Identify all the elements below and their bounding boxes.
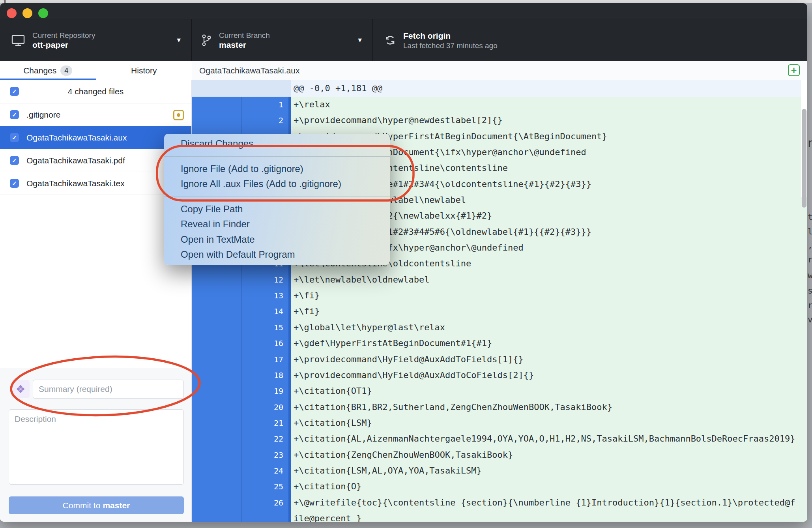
context-menu-item[interactable]: Open with Default Program bbox=[164, 247, 390, 262]
commit-description-input[interactable] bbox=[9, 409, 184, 485]
diff-line[interactable]: 20+\citation{BR1,BR2,Sutherland,ZengChen… bbox=[192, 399, 807, 415]
current-branch-dropdown[interactable]: Current Branch master ▼ bbox=[192, 19, 373, 61]
commit-button[interactable]: Commit to master bbox=[9, 496, 184, 514]
diff-new-line-number[interactable]: 15 bbox=[242, 320, 288, 335]
diff-new-line-number[interactable]: 17 bbox=[242, 352, 288, 367]
diff-new-line-number[interactable]: 21 bbox=[242, 415, 288, 431]
diff-old-line-number[interactable] bbox=[192, 479, 242, 494]
scrollbar-thumb[interactable] bbox=[802, 109, 806, 208]
context-menu-item[interactable]: Ignore All .aux Files (Add to .gitignore… bbox=[164, 176, 390, 192]
commit-summary-input[interactable] bbox=[33, 380, 184, 399]
background-window-fragment: re bbox=[808, 255, 812, 264]
diff-new-line-number[interactable]: 25 bbox=[242, 479, 288, 494]
diff-line[interactable]: 12+\let\newlabel\oldnewlabel bbox=[192, 272, 807, 288]
diff-old-line-number[interactable] bbox=[192, 303, 242, 319]
diff-new-line-number[interactable]: 19 bbox=[242, 383, 288, 399]
context-menu-item[interactable]: Reveal in Finder bbox=[164, 217, 390, 232]
select-all-checkbox[interactable]: ✓ bbox=[10, 87, 19, 96]
expand-diff-button[interactable]: + bbox=[788, 64, 800, 76]
diff-line[interactable]: 22+\citation{AL,AizenmanNachtergaele1994… bbox=[192, 431, 807, 447]
close-window-button[interactable] bbox=[7, 8, 17, 18]
diff-new-line-number[interactable]: 24 bbox=[242, 463, 288, 479]
diff-new-line-number[interactable]: 16 bbox=[242, 335, 288, 351]
diff-old-line-number[interactable] bbox=[192, 272, 242, 288]
file-row[interactable]: ✓OgataTachikawaTasaki.aux bbox=[0, 126, 191, 149]
diff-old-line-number[interactable] bbox=[192, 367, 242, 383]
diff-line[interactable]: 18+\providecommand\HyField@AuxAddToCoFie… bbox=[192, 367, 807, 383]
select-all-row[interactable]: ✓ 4 changed files bbox=[0, 80, 191, 103]
context-menu-item[interactable]: Open in TextMate bbox=[164, 232, 390, 247]
diff-old-line-number[interactable] bbox=[192, 415, 242, 431]
context-menu: Discard Changes…Ignore File (Add to .git… bbox=[164, 134, 390, 265]
file-checkbox[interactable]: ✓ bbox=[10, 179, 19, 188]
file-row[interactable]: ✓OgataTachikawaTasaki.tex bbox=[0, 172, 191, 195]
diff-line-code: +\@writefile{toc}{\contentsline {section… bbox=[291, 495, 807, 522]
diff-line[interactable]: 17+\providecommand\HyField@AuxAddToField… bbox=[192, 352, 807, 367]
diff-line[interactable]: 16+\gdef\HyperFirstAtBeginDocument#1{#1} bbox=[192, 335, 807, 351]
tab-changes[interactable]: Changes 4 bbox=[0, 61, 96, 80]
commit-form: ❖ Commit to master bbox=[0, 368, 192, 522]
computer-icon bbox=[11, 34, 25, 46]
screen: J ntilo,rewsravi Current Repository bbox=[0, 0, 812, 528]
diff-new-line-number[interactable]: 12 bbox=[242, 272, 288, 288]
diff-line[interactable]: 23+\citation{ZengChenZhouWenBOOK,TasakiB… bbox=[192, 447, 807, 463]
diff-old-line-number[interactable] bbox=[192, 288, 242, 303]
diff-line[interactable]: 26+\@writefile{toc}{\contentsline {secti… bbox=[192, 495, 807, 522]
diff-new-line-number[interactable]: 23 bbox=[242, 447, 288, 463]
fetch-origin-button[interactable]: Fetch origin Last fetched 37 minutes ago bbox=[373, 19, 555, 61]
diff-old-line-number[interactable] bbox=[192, 463, 242, 479]
background-window-strip-top: J bbox=[0, 0, 812, 3]
hunk-header-text: @@ -0,0 +1,181 @@ bbox=[291, 80, 807, 97]
diff-old-line-number[interactable] bbox=[192, 335, 242, 351]
diff-line[interactable]: 2+\providecommand\hyper@newdestlabel[2]{… bbox=[192, 112, 807, 128]
diff-old-line-number[interactable] bbox=[192, 447, 242, 463]
current-repository-dropdown[interactable]: Current Repository ott-paper ▼ bbox=[0, 19, 192, 61]
context-menu-item[interactable]: Ignore File (Add to .gitignore) bbox=[164, 161, 390, 177]
diff-line[interactable]: 25+\citation{O} bbox=[192, 479, 807, 494]
diff-file-header: OgataTachikawaTasaki.aux + bbox=[192, 61, 807, 80]
diff-new-line-number[interactable]: 26 bbox=[242, 495, 288, 522]
context-menu-item[interactable]: Copy File Path bbox=[164, 202, 390, 217]
diff-old-line-number[interactable] bbox=[192, 320, 242, 335]
diff-new-line-number[interactable]: 14 bbox=[242, 303, 288, 319]
diff-old-line-number[interactable] bbox=[192, 112, 242, 128]
diff-new-line-number[interactable]: 18 bbox=[242, 367, 288, 383]
select-all-label: 4 changed files bbox=[68, 87, 123, 96]
sync-icon bbox=[385, 35, 396, 46]
file-checkbox[interactable]: ✓ bbox=[10, 110, 19, 119]
diff-old-line-number[interactable] bbox=[192, 383, 242, 399]
file-checkbox[interactable]: ✓ bbox=[10, 133, 19, 142]
diff-new-line-number[interactable]: 20 bbox=[242, 399, 288, 415]
file-row[interactable]: ✓OgataTachikawaTasaki.pdf bbox=[0, 149, 191, 172]
diff-new-line-number[interactable]: 1 bbox=[242, 97, 288, 112]
diff-line[interactable]: 1+\relax bbox=[192, 97, 807, 112]
file-checkbox[interactable]: ✓ bbox=[10, 156, 19, 165]
diff-line[interactable]: 13+\fi} bbox=[192, 288, 807, 303]
diff-line[interactable]: 19+\citation{OT1} bbox=[192, 383, 807, 399]
diff-old-line-number[interactable] bbox=[192, 97, 242, 112]
background-window-fragment: w bbox=[808, 271, 812, 280]
minimize-window-button[interactable] bbox=[22, 8, 32, 18]
context-menu-item[interactable]: Discard Changes… bbox=[164, 136, 390, 152]
commit-button-branch: master bbox=[103, 501, 130, 510]
file-name: OgataTachikawaTasaki.aux bbox=[26, 133, 127, 142]
scrollbar-track[interactable] bbox=[801, 80, 807, 197]
diff-line[interactable]: 21+\citation{LSM} bbox=[192, 415, 807, 431]
diff-new-line-number[interactable]: 13 bbox=[242, 288, 288, 303]
context-menu-separator bbox=[164, 152, 390, 161]
diff-line[interactable]: 14+\fi} bbox=[192, 303, 807, 319]
background-window-fragment: vi bbox=[808, 315, 812, 324]
diff-new-line-number[interactable]: 2 bbox=[242, 112, 288, 128]
file-row[interactable]: ✓.gitignore bbox=[0, 103, 191, 126]
diff-old-line-number[interactable] bbox=[192, 399, 242, 415]
diff-line-code: +\fi} bbox=[291, 303, 807, 319]
diff-line-code: +\citation{OT1} bbox=[291, 383, 807, 399]
diff-old-line-number[interactable] bbox=[192, 495, 242, 522]
diff-new-line-number[interactable]: 22 bbox=[242, 431, 288, 447]
diff-line[interactable]: 24+\citation{LSM,AL,OYA,YOA,TasakiLSM} bbox=[192, 463, 807, 479]
diff-line[interactable]: 15+\global\let\hyper@last\relax bbox=[192, 320, 807, 335]
diff-old-line-number[interactable] bbox=[192, 352, 242, 367]
tab-history[interactable]: History bbox=[96, 61, 192, 80]
diff-old-line-number[interactable] bbox=[192, 431, 242, 447]
zoom-window-button[interactable] bbox=[38, 8, 48, 18]
